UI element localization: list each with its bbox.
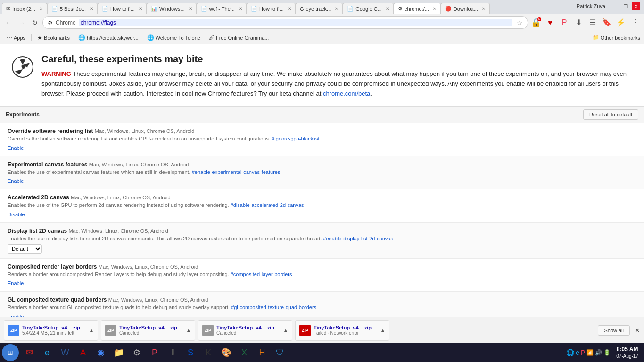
taskbar-app-security[interactable]: 🛡: [272, 344, 289, 361]
download-name-3[interactable]: TinyTakeSetup_v4....zip: [314, 325, 378, 330]
experiment-anchor-0[interactable]: #ignore-gpu-blacklist: [272, 136, 320, 141]
enable-link-1[interactable]: Enable: [8, 178, 24, 184]
back-button[interactable]: ←: [3, 17, 14, 28]
experiment-anchor-4[interactable]: #composited-layer-borders: [231, 272, 292, 277]
tab-tab10[interactable]: 🔴Downloa...✕: [441, 3, 490, 14]
other-bookmarks-label: Other bookmarks: [601, 35, 640, 41]
start-button[interactable]: ⊞: [2, 344, 19, 361]
forward-button[interactable]: →: [16, 17, 27, 28]
tab-close-button[interactable]: ✕: [239, 6, 242, 11]
download-name-0[interactable]: TinyTakeSetup_v4....zip: [22, 325, 86, 330]
tab-close-button[interactable]: ✕: [433, 6, 437, 11]
bookmark-label: https://create.skywor...: [87, 35, 138, 41]
download-name-2[interactable]: TinyTakeSetup_v4....zip: [216, 325, 281, 330]
show-all-button[interactable]: Show all: [598, 325, 630, 336]
taskbar-app-xampp[interactable]: H: [254, 344, 271, 361]
extension-icon-6[interactable]: 🔖: [601, 16, 613, 29]
tab-tab8[interactable]: 📄Google C...✕: [343, 3, 394, 14]
taskbar-app-access[interactable]: A: [74, 344, 91, 361]
reset-all-button[interactable]: Reset all to default: [583, 109, 638, 120]
disable-link-2[interactable]: Disable: [8, 212, 25, 217]
refresh-button[interactable]: ↻: [29, 17, 41, 28]
extension-icon-5[interactable]: ☰: [586, 16, 599, 29]
taskbar-app-kindle[interactable]: K: [200, 344, 217, 361]
taskbar-apps: ✉eWA◉📁⚙P⬇SK🎨XH🛡: [21, 344, 566, 361]
tab-tab4[interactable]: 📊Windows...✕: [147, 3, 197, 14]
experiment-desc: Renders a border around GL composited te…: [8, 304, 636, 311]
tab-tab7[interactable]: Geye track...✕: [296, 3, 343, 14]
tab-favicon: 📄: [102, 6, 108, 12]
tab-close-button[interactable]: ✕: [90, 6, 93, 11]
tab-close-button[interactable]: ✕: [482, 6, 486, 11]
taskbar-app-pocket[interactable]: P: [146, 344, 163, 361]
url-input[interactable]: [79, 19, 512, 26]
experiment-anchor-2[interactable]: #disable-accelerated-2d-canvas: [231, 202, 304, 208]
minimize-button[interactable]: –: [611, 2, 619, 10]
bookmark-item-4[interactable]: 🖊Free Online Gramma...: [206, 33, 272, 42]
system-tray: 🌐 e P 📶 🔊 🔋 8:05 AM 07-Aug-17: [566, 346, 642, 360]
download-chevron-2[interactable]: ▲: [283, 328, 288, 333]
download-chevron-1[interactable]: ▲: [186, 328, 191, 333]
bookmark-item-1[interactable]: ★Bookmarks: [34, 33, 73, 42]
taskbar-app-ie[interactable]: e: [39, 344, 56, 361]
tab-close-button[interactable]: ✕: [386, 6, 389, 11]
bookmarks-bar: ⋯Apps★Bookmarks🌐https://create.skywor...…: [0, 31, 644, 44]
enable-link-0[interactable]: Enable: [8, 145, 24, 151]
bookmark-label: Free Online Gramma...: [216, 35, 269, 41]
bookmark-item-0[interactable]: ⋯Apps: [4, 33, 28, 42]
bookmark-star-icon[interactable]: ☆: [517, 19, 523, 26]
download-chevron-3[interactable]: ▲: [380, 328, 385, 333]
tab-tab6[interactable]: 📄How to fi...✕: [247, 3, 296, 14]
taskbar-app-chrome[interactable]: ◉: [92, 344, 109, 361]
page-favicon: ⚙: [48, 19, 53, 26]
taskbar-app-download[interactable]: ⬇: [164, 344, 181, 361]
download-chevron-0[interactable]: ▲: [89, 328, 94, 333]
taskbar-app-explorer[interactable]: 📁: [110, 344, 127, 361]
tab-tab9[interactable]: ⚙chrome:/...✕: [394, 3, 441, 14]
taskbar-app-word[interactable]: W: [57, 344, 74, 361]
bookmark-label: Bookmarks: [44, 35, 70, 41]
tab-close-button[interactable]: ✕: [335, 6, 339, 11]
experiment-select-3[interactable]: DefaultEnabledDisabled: [8, 244, 42, 254]
bookmark-item-2[interactable]: 🌐https://create.skywor...: [75, 33, 141, 42]
download-name-1[interactable]: TinyTakeSetup_v4....zip: [119, 325, 183, 330]
taskbar-app-icon-11: 🎨: [221, 347, 231, 358]
experiments-header: Experiments Reset all to default: [0, 106, 644, 123]
tab-tab1[interactable]: ✉Inbox (2...✕: [2, 3, 47, 14]
taskbar-app-gmail[interactable]: ✉: [21, 344, 38, 361]
bookmark-icon: ⋯: [7, 34, 12, 41]
other-bookmarks[interactable]: 📁Other bookmarks: [593, 34, 640, 41]
taskbar-app-colorpicker[interactable]: 🎨: [218, 344, 235, 361]
taskbar-app-sourcetree[interactable]: S: [182, 344, 199, 361]
extension-icon-3[interactable]: P: [558, 16, 570, 29]
extension-icon-2[interactable]: ♥: [544, 16, 556, 29]
restore-button[interactable]: ❐: [621, 2, 630, 10]
tab-tab5[interactable]: 📄wcf - The...✕: [197, 3, 247, 14]
download-bar: ZIP TinyTakeSetup_v4....zip 5.4/22.4 MB,…: [0, 317, 644, 343]
close-button[interactable]: ✕: [632, 2, 640, 10]
experiment-anchor-5[interactable]: #gl-composited-texture-quad-borders: [231, 304, 316, 310]
download-status-3: Failed · Network error: [314, 330, 378, 336]
tab-close-button[interactable]: ✕: [288, 6, 291, 11]
experiment-anchor-3[interactable]: #enable-display-list-2d-canvas: [323, 236, 393, 241]
tab-close-button[interactable]: ✕: [139, 6, 142, 11]
system-icons: 🌐 e P 📶 🔊 🔋: [566, 349, 611, 356]
tab-tab2[interactable]: 📄5 Best Jo...✕: [47, 3, 98, 14]
tab-label: chrome:/...: [405, 6, 429, 12]
chrome-menu-button[interactable]: ⋮: [629, 16, 641, 29]
taskbar-app-excel[interactable]: X: [236, 344, 253, 361]
enable-link-4[interactable]: Enable: [8, 280, 24, 286]
taskbar-app-settings[interactable]: ⚙: [128, 344, 145, 361]
extension-icon-7[interactable]: ⚡: [615, 16, 627, 29]
bookmark-item-3[interactable]: 🌐Welcome To Telone: [144, 33, 203, 42]
beta-link[interactable]: chrome.com/beta: [323, 90, 370, 97]
download-bar-close-button[interactable]: ✕: [635, 327, 640, 334]
tab-close-button[interactable]: ✕: [39, 6, 43, 11]
system-clock[interactable]: 8:05 AM 07-Aug-17: [612, 346, 642, 360]
extension-icon-4[interactable]: ⬇: [572, 16, 585, 29]
experiment-anchor-1[interactable]: #enable-experimental-canvas-features: [192, 169, 281, 175]
tab-close-button[interactable]: ✕: [189, 6, 192, 11]
tab-tab3[interactable]: 📄How to fi...✕: [98, 3, 147, 14]
network-icon: 📶: [586, 349, 594, 356]
extension-icon-1[interactable]: 🔒 N: [530, 16, 542, 29]
